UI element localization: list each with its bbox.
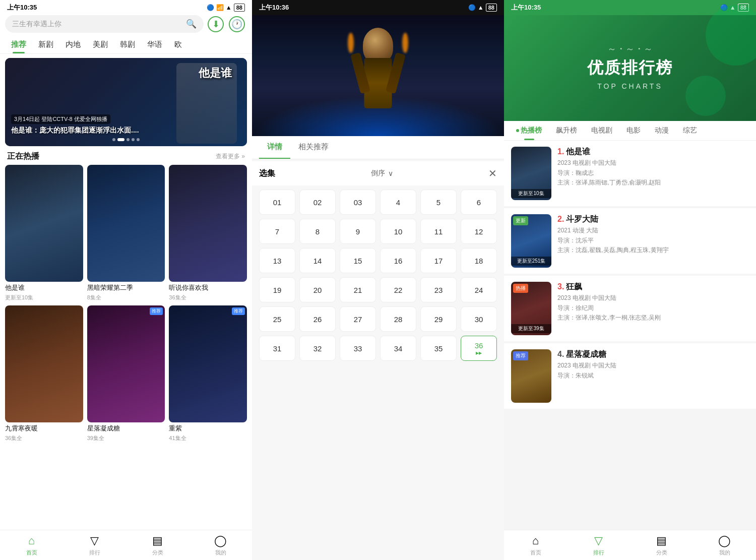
ep-28[interactable]: 28 bbox=[380, 306, 416, 332]
ep-31[interactable]: 31 bbox=[259, 336, 295, 361]
ep-25[interactable]: 25 bbox=[259, 306, 295, 332]
ep-32[interactable]: 32 bbox=[299, 336, 336, 361]
nav3-home[interactable]: ⌂ 首页 bbox=[504, 530, 567, 560]
tab-recommend[interactable]: 推荐 bbox=[5, 36, 32, 53]
nav3-category[interactable]: ▤ 分类 bbox=[630, 530, 693, 560]
ep-8[interactable]: 8 bbox=[299, 219, 336, 244]
nav3-mine[interactable]: ◯ 我的 bbox=[693, 530, 756, 560]
rank-tab-rising[interactable]: 飙升榜 bbox=[549, 121, 584, 140]
tab-new[interactable]: 新剧 bbox=[32, 36, 59, 53]
show-card-heian[interactable]: 黑暗荣耀第二季 8集全 bbox=[87, 165, 165, 301]
ep-16[interactable]: 16 bbox=[380, 248, 416, 273]
show-name-5: 星落凝成糖 bbox=[87, 424, 165, 433]
tab-chinese[interactable]: 华语 bbox=[141, 36, 168, 53]
ep-20[interactable]: 20 bbox=[299, 277, 336, 302]
rank-item-2[interactable]: 更新 更新至251集 2. 斗罗大陆 2021 动漫 大陆 导演：沈乐平 主演：… bbox=[504, 208, 756, 274]
search-bar[interactable]: 三生有幸遇上你 🔍 bbox=[5, 15, 204, 33]
show-card-tingshuoni[interactable]: 听说你喜欢我 36集全 bbox=[169, 165, 247, 301]
tab-detail[interactable]: 详情 bbox=[259, 136, 290, 159]
show-name-2: 黑暗荣耀第二季 bbox=[87, 283, 165, 292]
ep-17[interactable]: 17 bbox=[420, 248, 457, 273]
ep-27[interactable]: 27 bbox=[340, 306, 376, 332]
rank-number-2: 2. bbox=[557, 215, 564, 224]
ep-sort[interactable]: 倒序 ∨ bbox=[371, 169, 393, 178]
nav-category[interactable]: ▤ 分类 bbox=[126, 530, 189, 560]
dot-3 bbox=[127, 138, 130, 141]
nav-home[interactable]: ⌂ 首页 bbox=[0, 530, 63, 560]
rank-thumb-2: 更新 更新至251集 bbox=[511, 214, 551, 268]
rank-tab-tv[interactable]: 电视剧 bbox=[584, 121, 619, 140]
nav-rank[interactable]: ▽ 排行 bbox=[63, 530, 126, 560]
thumb-bg-3 bbox=[169, 165, 247, 282]
rank-badge-4: 推荐 bbox=[513, 351, 528, 360]
ep-02[interactable]: 02 bbox=[299, 190, 336, 215]
ep-01[interactable]: 01 bbox=[259, 190, 295, 215]
hero-text: 3月14日起 登陆CCTV-8 优爱全网独播 他是谁：庞大的犯罪集团逐渐浮出水面… bbox=[11, 114, 241, 141]
rank-info-3: 3. 狂飙 2023 电视剧 中国大陆 导演：徐纪周 主演：张译,张颂文,李一桐… bbox=[557, 282, 749, 323]
ep-24[interactable]: 24 bbox=[461, 277, 497, 302]
rank-tab-hot[interactable]: 热播榜 bbox=[509, 121, 549, 140]
rank-tab-anime[interactable]: 动漫 bbox=[648, 121, 676, 140]
tab-us[interactable]: 美剧 bbox=[87, 36, 114, 53]
show-ep-2: 8集全 bbox=[87, 294, 165, 301]
nav-category-label: 分类 bbox=[152, 549, 163, 556]
tab-related[interactable]: 相关推荐 bbox=[290, 136, 337, 159]
ep-10[interactable]: 10 bbox=[380, 219, 416, 244]
rank-item-1[interactable]: 更新至10集 1. 他是谁 2023 电视剧 中国大陆 导演：鞠成志 主演：张译… bbox=[504, 141, 756, 206]
rank-item-4[interactable]: 推荐 4. 星落凝成糖 2023 电视剧 中国大陆 导演：朱锐斌 bbox=[504, 343, 756, 409]
ep-23[interactable]: 23 bbox=[420, 277, 457, 302]
home-icon: ⌂ bbox=[28, 534, 35, 547]
ep-21[interactable]: 21 bbox=[340, 277, 376, 302]
show-card-chongzi[interactable]: 推荐 重紫 41集全 bbox=[169, 305, 247, 442]
ep-6[interactable]: 6 bbox=[461, 190, 497, 215]
ep-33[interactable]: 33 bbox=[340, 336, 376, 361]
ep-22[interactable]: 22 bbox=[380, 277, 416, 302]
download-button[interactable]: ⬇ bbox=[208, 16, 224, 32]
ep-11[interactable]: 11 bbox=[420, 219, 457, 244]
ep-35[interactable]: 35 bbox=[420, 336, 457, 361]
ep-13[interactable]: 13 bbox=[259, 248, 295, 273]
ep-34[interactable]: 34 bbox=[380, 336, 416, 361]
show-thumb-4 bbox=[5, 305, 83, 422]
ep-4[interactable]: 4 bbox=[380, 190, 416, 215]
ep-29[interactable]: 29 bbox=[420, 306, 457, 332]
rank-icon: ▽ bbox=[90, 534, 99, 547]
ep-9[interactable]: 9 bbox=[340, 219, 376, 244]
show-thumb-6: 推荐 bbox=[169, 305, 247, 422]
ep-12[interactable]: 12 bbox=[461, 219, 497, 244]
rank-tab-movie[interactable]: 电影 bbox=[619, 121, 648, 140]
ep-14[interactable]: 14 bbox=[299, 248, 336, 273]
ep-5[interactable]: 5 bbox=[420, 190, 457, 215]
tab-eu[interactable]: 欧 bbox=[168, 36, 188, 53]
ep-15[interactable]: 15 bbox=[340, 248, 376, 273]
show-thumb-3 bbox=[169, 165, 247, 282]
ep-19[interactable]: 19 bbox=[259, 277, 295, 302]
show-card-he-shi-shei[interactable]: 他是谁 更新至10集 bbox=[5, 165, 83, 301]
ep-7[interactable]: 7 bbox=[259, 219, 295, 244]
time-3: 上午10:35 bbox=[511, 3, 541, 12]
rank-list: 更新至10集 1. 他是谁 2023 电视剧 中国大陆 导演：鞠成志 主演：张译… bbox=[504, 141, 756, 543]
rank-tab-variety[interactable]: 综艺 bbox=[676, 121, 704, 140]
nav-mine[interactable]: ◯ 我的 bbox=[189, 530, 252, 560]
ep-18[interactable]: 18 bbox=[461, 248, 497, 273]
tab-korea[interactable]: 韩剧 bbox=[114, 36, 141, 53]
ep-header: 选集 倒序 ∨ ✕ bbox=[252, 161, 504, 185]
ep-30[interactable]: 30 bbox=[461, 306, 497, 332]
ep-36-active[interactable]: 36 ▶▶ bbox=[461, 336, 497, 361]
tab-mainland[interactable]: 内地 bbox=[59, 36, 87, 53]
nav3-rank[interactable]: ▽ 排行 bbox=[567, 530, 630, 560]
rank-num-title-4: 4. 星落凝成糖 bbox=[557, 349, 749, 360]
close-button[interactable]: ✕ bbox=[488, 167, 497, 179]
show-card-xingluo[interactable]: 推荐 星落凝成糖 39集全 bbox=[87, 305, 165, 442]
history-button[interactable]: 🕐 bbox=[229, 16, 245, 32]
ep-26[interactable]: 26 bbox=[299, 306, 336, 332]
hot-section-more[interactable]: 查看更多 » bbox=[216, 152, 245, 161]
rank-meta-1: 2023 电视剧 中国大陆 bbox=[557, 159, 749, 167]
hero-banner[interactable]: 他是谁 3月14日起 登陆CCTV-8 优爱全网独播 他是谁：庞大的犯罪集团逐渐… bbox=[5, 58, 247, 146]
status-icons-2: 🔵 ▲ 88 bbox=[468, 4, 497, 12]
ep-03[interactable]: 03 bbox=[340, 190, 376, 215]
rank-item-3[interactable]: 热播 更新至39集 3. 狂飙 2023 电视剧 中国大陆 导演：徐纪周 主演：… bbox=[504, 276, 756, 341]
rank-thumb-1: 更新至10集 bbox=[511, 147, 551, 200]
rank-number-4: 4. bbox=[557, 350, 564, 359]
show-card-jiuyu[interactable]: 九霄寒夜暖 36集全 bbox=[5, 305, 83, 442]
